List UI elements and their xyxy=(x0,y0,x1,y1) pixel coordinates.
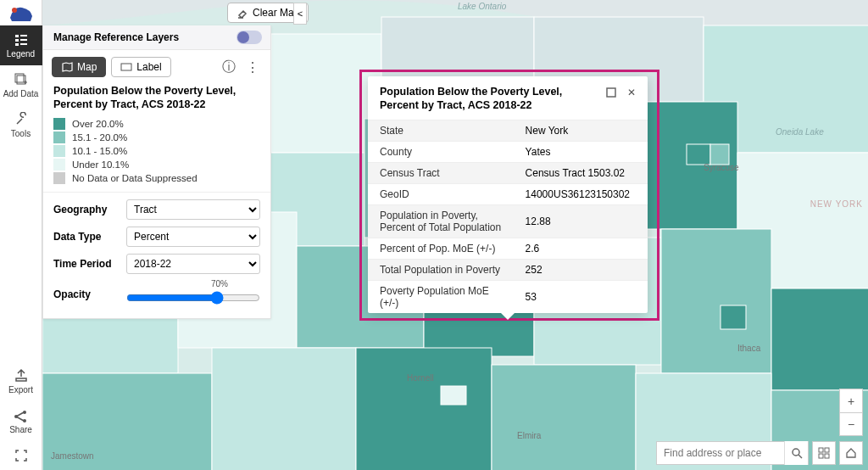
popup-title: Population Below the Poverty Level, Perc… xyxy=(380,85,598,113)
svg-rect-52 xyxy=(825,448,829,452)
legend-swatch xyxy=(53,159,65,171)
svg-rect-30 xyxy=(441,386,466,405)
label-syracuse: Syracuse xyxy=(704,163,739,172)
popup-row: CountyYates xyxy=(368,141,648,162)
legend-icon xyxy=(14,32,29,48)
tab-map[interactable]: Map xyxy=(52,57,106,77)
data-type-select[interactable]: Percent xyxy=(126,227,260,247)
popup-row: Percent of Pop. MoE (+/-)2.6 xyxy=(368,238,648,259)
popup-key: Census Tract xyxy=(368,162,514,183)
legend-label: 15.1 - 20.0% xyxy=(72,132,127,143)
export-icon xyxy=(14,368,29,383)
time-period-select[interactable]: 2018-22 xyxy=(126,254,260,274)
svg-rect-35 xyxy=(15,35,19,37)
zoom-in-button[interactable]: + xyxy=(839,389,863,412)
reference-layers-toggle[interactable] xyxy=(236,31,262,44)
legend-panel: Manage Reference Layers Map Label ⓘ ⋮ Po… xyxy=(42,25,271,319)
popup-key: GeoID xyxy=(368,183,514,204)
popup-value: 12.88 xyxy=(514,204,648,238)
opacity-slider[interactable] xyxy=(126,291,260,305)
legend-swatch xyxy=(53,118,65,130)
search-input[interactable] xyxy=(657,442,784,464)
svg-rect-48 xyxy=(121,64,131,70)
search-button[interactable] xyxy=(784,441,808,465)
popup-key: County xyxy=(368,141,514,162)
search-box xyxy=(656,441,809,465)
layer-title: Population Below the Poverty Level, Perc… xyxy=(43,84,270,117)
svg-rect-29 xyxy=(721,305,746,329)
svg-rect-54 xyxy=(825,454,829,458)
nav-share[interactable]: Share xyxy=(0,401,42,441)
info-icon[interactable]: ⓘ xyxy=(220,58,238,76)
zoom-out-button[interactable]: − xyxy=(839,412,863,436)
popup-row: Census TractCensus Tract 1503.02 xyxy=(368,162,648,183)
legend-row: 10.1 - 15.0% xyxy=(53,144,260,158)
geography-select[interactable]: Tract xyxy=(126,199,260,220)
nav-tools[interactable]: Tools xyxy=(0,105,42,145)
tab-label[interactable]: Label xyxy=(111,57,170,77)
app-logo xyxy=(5,2,37,25)
legend-row: Under 10.1% xyxy=(53,158,260,171)
label-state-ny: NEW YORK xyxy=(810,199,863,209)
legend-label: Under 10.1% xyxy=(72,159,129,170)
legend-label: Over 20.0% xyxy=(72,119,124,129)
geography-label: Geography xyxy=(53,204,120,215)
nav-add-data[interactable]: Add Data xyxy=(0,65,42,105)
svg-rect-28 xyxy=(710,144,729,165)
nav-fullscreen[interactable] xyxy=(0,441,42,470)
popup-row: StateNew York xyxy=(368,120,648,141)
legend-row: No Data or Data Suppressed xyxy=(53,171,260,185)
svg-rect-39 xyxy=(15,43,19,46)
legend-swatch xyxy=(53,131,65,143)
popup-row: Population in Poverty, Percent of Total … xyxy=(368,204,648,238)
panel-collapse-handle[interactable]: < xyxy=(293,3,307,25)
side-nav: Legend Add Data Tools Export Share xyxy=(0,0,42,470)
popup-key: State xyxy=(368,120,514,141)
svg-rect-23 xyxy=(356,348,492,470)
nav-legend[interactable]: Legend xyxy=(0,25,42,65)
svg-rect-22 xyxy=(212,348,356,470)
label-icon xyxy=(120,61,132,73)
popup-close-icon[interactable]: ✕ xyxy=(624,85,639,100)
opacity-value: 70% xyxy=(211,279,228,288)
svg-rect-51 xyxy=(819,448,823,452)
feature-popup: Population Below the Poverty Level, Perc… xyxy=(368,76,648,313)
popup-row: Total Population in Poverty252 xyxy=(368,259,648,280)
eraser-icon xyxy=(236,7,248,19)
data-type-label: Data Type xyxy=(53,231,120,243)
svg-rect-20 xyxy=(771,288,868,390)
manage-layers-title: Manage Reference Layers xyxy=(53,31,179,43)
popup-row: Poverty Population MoE (+/-)53 xyxy=(368,280,648,313)
popup-value: 2.6 xyxy=(514,238,648,259)
share-icon xyxy=(14,408,29,423)
more-options-icon[interactable]: ⋮ xyxy=(243,58,262,76)
svg-rect-27 xyxy=(687,144,710,165)
add-data-icon xyxy=(14,72,29,87)
popup-value: 14000US36123150302 xyxy=(514,183,648,204)
zoom-controls: + − xyxy=(839,389,863,436)
basemap-button[interactable] xyxy=(812,441,836,465)
label-oneida-lake: Oneida Lake xyxy=(776,127,824,137)
map-icon xyxy=(61,61,73,73)
label-lake-ontario: Lake Ontario xyxy=(458,2,506,11)
svg-point-46 xyxy=(23,411,26,414)
legend-label: No Data or Data Suppressed xyxy=(72,173,198,183)
popup-value: New York xyxy=(514,120,648,141)
legend-list: Over 20.0%15.1 - 20.0%10.1 - 15.0%Under … xyxy=(43,117,270,192)
svg-line-50 xyxy=(798,455,802,458)
home-extent-button[interactable] xyxy=(839,441,863,465)
popup-value: 252 xyxy=(514,259,648,280)
popup-key: Poverty Population MoE (+/-) xyxy=(368,280,514,313)
tools-icon xyxy=(14,112,29,127)
svg-rect-40 xyxy=(20,43,27,45)
svg-point-49 xyxy=(793,449,799,456)
label-hornell: Hornell xyxy=(407,373,434,383)
svg-rect-33 xyxy=(607,88,615,97)
nav-export[interactable]: Export xyxy=(0,361,42,401)
svg-rect-36 xyxy=(20,35,27,36)
grid-icon xyxy=(818,447,830,459)
popup-dock-icon[interactable] xyxy=(604,85,619,100)
label-elmira: Elmira xyxy=(517,431,541,440)
svg-point-47 xyxy=(23,419,26,422)
svg-rect-24 xyxy=(492,365,636,470)
